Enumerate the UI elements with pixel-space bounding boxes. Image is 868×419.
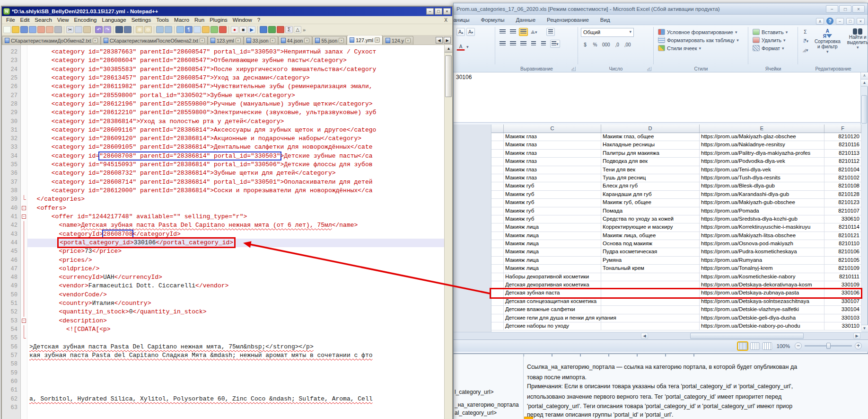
cell[interactable] bbox=[491, 273, 504, 281]
cell[interactable]: Тени для век bbox=[601, 166, 700, 174]
function-list-icon[interactable] bbox=[210, 26, 218, 33]
cell[interactable]: https://prom.ua/Korrektiruyuschie-i-mask… bbox=[700, 223, 824, 232]
format-button[interactable]: Формат▾ bbox=[751, 44, 795, 52]
tab-123.yml[interactable]: 123.yml× bbox=[208, 36, 244, 45]
sort-filter-button[interactable]: АЯ Сортировка и фильтр▾ bbox=[813, 28, 842, 55]
cell[interactable]: 8210109 bbox=[824, 265, 861, 273]
editor-line[interactable]: <category id="28386814">Уход за полостью… bbox=[27, 117, 444, 126]
plugin-delta-icon[interactable]: △ bbox=[294, 26, 301, 33]
cell[interactable]: 330106 bbox=[824, 289, 861, 297]
cell[interactable]: 8210104 bbox=[824, 166, 861, 174]
cell[interactable] bbox=[491, 158, 504, 166]
fill-icon[interactable]: ⇩▾ bbox=[801, 37, 810, 45]
cell[interactable]: Тональный крем bbox=[601, 265, 700, 273]
cell[interactable]: 8210128 bbox=[824, 191, 861, 199]
cell[interactable]: 8210102 bbox=[824, 174, 861, 182]
editor-scroll-up-icon[interactable]: ▲ bbox=[445, 45, 452, 53]
cell[interactable]: Основа под макияж bbox=[601, 240, 700, 248]
table-row[interactable]: Макияж лицаРумянаhttps://prom.ua/Rumyana… bbox=[491, 257, 861, 265]
show-indent-guide-icon[interactable] bbox=[193, 26, 201, 33]
editor-line[interactable]: <vendorCode/> bbox=[27, 291, 444, 299]
new-file-icon[interactable] bbox=[3, 26, 11, 33]
menu-item-file[interactable]: File bbox=[4, 17, 18, 23]
cell[interactable] bbox=[491, 207, 504, 215]
tab-close-icon[interactable]: × bbox=[304, 38, 309, 43]
cell[interactable]: https://prom.ua/Pomada bbox=[700, 207, 824, 215]
cell[interactable]: Пудра косметическая bbox=[601, 248, 700, 256]
cell[interactable]: https://prom.ua/Detskie-nabory-po-uhodu bbox=[700, 322, 824, 330]
undo-icon[interactable]: ↶ bbox=[95, 26, 103, 33]
table-row[interactable]: Макияж лицаТональный кремhttps://prom.ua… bbox=[491, 265, 861, 273]
zoom-in-icon[interactable]: ⊕ bbox=[136, 26, 143, 33]
editor-line[interactable]: <country>Италия</country> bbox=[27, 299, 444, 308]
increase-indent-icon[interactable] bbox=[539, 40, 548, 48]
horizontal-scroll-thumb[interactable] bbox=[690, 333, 804, 339]
tab-close-icon[interactable]: × bbox=[236, 38, 241, 43]
tab-124.y[interactable]: 124.y× bbox=[383, 36, 413, 45]
scroll-up-icon[interactable]: ▲ bbox=[861, 80, 868, 87]
table-row[interactable]: Макияж глазТени для векhttps://prom.ua/T… bbox=[491, 166, 861, 174]
cut-icon[interactable]: ✂ bbox=[66, 26, 74, 33]
editor-line[interactable]: кая зубная паста Pasta del Capitano Слад… bbox=[27, 351, 444, 360]
editor-line[interactable]: <currencyId>UAH</currencyId> bbox=[27, 273, 444, 282]
table-row[interactable]: Детская зубная пастаhttps://prom.ua/Dets… bbox=[491, 289, 861, 297]
editor-line[interactable] bbox=[27, 377, 444, 386]
align-middle-icon[interactable] bbox=[509, 28, 517, 36]
editor-line[interactable] bbox=[27, 360, 444, 368]
plugin-grid-icon[interactable] bbox=[260, 26, 267, 33]
editor-line[interactable]: <category id="28612000" parentId="283868… bbox=[27, 187, 444, 195]
editor-line[interactable]: <category id="28609116" parentId="283868… bbox=[27, 126, 444, 134]
play-macro-icon[interactable]: ▶ bbox=[248, 26, 255, 33]
editor-line[interactable]: <offers> bbox=[27, 204, 444, 213]
merge-center-icon[interactable]: ▾ bbox=[550, 40, 560, 48]
cell[interactable]: Подводка для век bbox=[601, 158, 700, 166]
formula-bar[interactable]: 30106 bbox=[454, 72, 861, 123]
cell[interactable]: 330610 bbox=[824, 215, 861, 223]
cell[interactable]: https://prom.ua/Tonalnyj-krem bbox=[700, 265, 824, 273]
print-icon[interactable] bbox=[54, 26, 62, 33]
cell[interactable]: Макияж лица bbox=[504, 240, 601, 248]
cell[interactable] bbox=[491, 248, 504, 256]
tab-scroll-right-icon[interactable]: ▶ bbox=[444, 37, 451, 44]
table-row[interactable]: Макияж лицаМакияж лица, общееhttps://pro… bbox=[491, 232, 861, 240]
cell[interactable] bbox=[491, 199, 504, 207]
cell[interactable]: Макияж губ bbox=[504, 215, 601, 223]
font-grow-icon[interactable]: A▴ bbox=[456, 28, 465, 36]
cell[interactable]: 330104 bbox=[824, 306, 861, 314]
table-row[interactable]: Макияж глазТушь для ресницhttps://prom.u… bbox=[491, 174, 861, 182]
table-row[interactable]: Макияж губМакияж губ, общееhttps://prom.… bbox=[491, 199, 861, 207]
editor-line[interactable] bbox=[27, 369, 444, 377]
normal-view-icon[interactable] bbox=[738, 342, 747, 350]
cell[interactable]: https://prom.ua/Detskie-vlazhnye-salfetk… bbox=[700, 306, 824, 314]
dialog-launcher-icon[interactable]: ◿ bbox=[571, 67, 576, 71]
cell[interactable]: 8210123 bbox=[824, 199, 861, 207]
cell[interactable]: Макияж губ bbox=[504, 199, 601, 207]
dialog-launcher-icon[interactable]: ◿ bbox=[647, 67, 651, 71]
spreadsheet-grid[interactable]: Макияж глазМакияж глаз, общееhttps://pro… bbox=[491, 133, 861, 332]
editor-line[interactable]: <categoryId>28608708</categoryId> bbox=[27, 230, 444, 239]
table-row[interactable]: Детские гели для душа и пенки для купани… bbox=[491, 314, 861, 322]
editor-line[interactable]: <category id="28387663" parentId="286085… bbox=[27, 48, 444, 56]
tab-55.json[interactable]: 55.json× bbox=[312, 36, 347, 45]
column-header-D[interactable]: D bbox=[601, 125, 700, 133]
tab-close-icon[interactable]: × bbox=[405, 38, 411, 43]
decrease-indent-icon[interactable] bbox=[529, 40, 538, 48]
editor-line[interactable]: </categories> bbox=[27, 195, 444, 204]
cell[interactable] bbox=[491, 150, 504, 158]
align-top-icon[interactable] bbox=[498, 28, 507, 36]
cell[interactable]: Макияж лица bbox=[504, 232, 601, 240]
cell[interactable]: Макияж глаз bbox=[504, 150, 601, 158]
cell[interactable]: https://prom.ua/Kosmeticheskie-nabory bbox=[700, 273, 824, 281]
cell[interactable]: Детская солнцезащитная косметика bbox=[504, 298, 601, 306]
zoom-level[interactable]: 100% bbox=[777, 343, 790, 349]
cell[interactable]: https://prom.ua/Makiyazh-gub-obschee bbox=[700, 199, 824, 207]
editor-line[interactable]: <![CDATA[<p> bbox=[27, 325, 444, 334]
comma-format-icon[interactable]: 000 bbox=[601, 41, 612, 49]
percent-format-icon[interactable]: % bbox=[591, 41, 599, 49]
workbook-minimize-icon[interactable]: − bbox=[836, 18, 844, 25]
word-wrap-icon[interactable] bbox=[176, 26, 184, 33]
cell[interactable]: 330107 bbox=[824, 298, 861, 306]
cell[interactable]: Макияж лица bbox=[504, 223, 601, 232]
decrease-decimal-icon[interactable]: ,00 bbox=[623, 41, 632, 49]
tab-127.yml[interactable]: 127.yml× bbox=[347, 36, 383, 45]
